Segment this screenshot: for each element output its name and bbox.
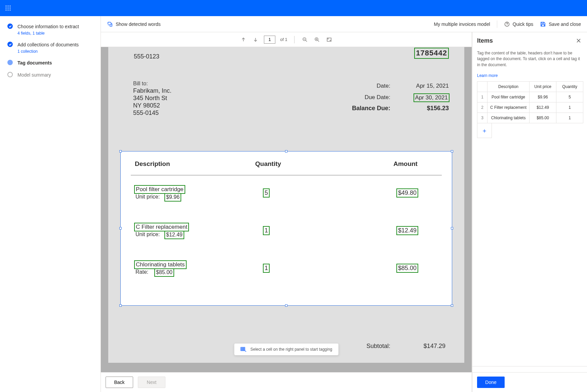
document-toolbar: of 1 (101, 32, 472, 47)
step-title: Tag documents (17, 60, 94, 66)
drawer-h-scroll[interactable] (472, 366, 587, 372)
table-row[interactable]: 3 Chlorinating tablets $85.00 1 (477, 113, 583, 123)
save-and-close-button[interactable]: Save and close (540, 21, 581, 27)
doc-phone: 555-0123 (134, 53, 159, 60)
page-number-input[interactable] (264, 36, 275, 44)
help-icon (504, 21, 510, 27)
fit-page-icon[interactable] (325, 36, 333, 43)
item-amount[interactable]: $49.80 (396, 188, 418, 198)
zoom-out-icon[interactable] (301, 36, 309, 43)
quick-tips-button[interactable]: Quick tips (504, 21, 533, 27)
document-viewport[interactable]: 555-0123 1785442 Bill to: Fabrikam, Inc.… (101, 47, 472, 372)
item-desc[interactable]: C Filter replacement (134, 223, 189, 231)
step-model-summary[interactable]: Model summary (7, 72, 94, 78)
balance-due-label: Balance Due: (352, 105, 390, 112)
check-icon (7, 42, 13, 47)
arrow-down-icon[interactable] (252, 36, 259, 43)
cell-price[interactable]: $12.49 (530, 102, 556, 113)
step-title: Model summary (17, 72, 94, 78)
date-label: Date: (377, 83, 390, 89)
cell-description[interactable]: C Filter replacement (487, 102, 530, 113)
show-detected-words-button[interactable]: Show detected words (107, 21, 161, 27)
learn-more-link[interactable]: Learn more (472, 73, 587, 81)
item-desc[interactable]: Chlorinating tablets (134, 260, 187, 269)
item-qty[interactable]: 1 (263, 264, 270, 273)
col-quantity: Quantity (255, 160, 281, 168)
wizard-footer: Back Next (101, 372, 472, 392)
back-button[interactable]: Back (106, 377, 133, 388)
tagging-instruction: Select a cell on the right panel to star… (234, 343, 339, 355)
unit-price[interactable]: $12.49 (164, 231, 184, 239)
done-button[interactable]: Done (477, 377, 505, 388)
toolbar-label: Quick tips (513, 21, 533, 27)
step-subtitle: 4 fields, 1 table (17, 31, 94, 36)
step-tag-documents[interactable]: Tag documents (7, 60, 94, 66)
col-description: Description (135, 160, 170, 168)
table-row[interactable]: 1 Pool filter cartridge $9.96 5 (477, 92, 583, 102)
items-table: Description Unit price Quantity 1 Pool f… (477, 81, 583, 123)
top-toolbar: Show detected words My multiple invoices… (101, 16, 587, 32)
rate-value[interactable]: $85.00 (154, 268, 174, 277)
step-nav: Choose information to extract 4 fields, … (0, 16, 101, 392)
save-icon (540, 21, 546, 27)
svg-rect-9 (110, 24, 112, 26)
step-title: Choose information to extract (17, 24, 94, 30)
col-quantity[interactable]: Quantity (556, 82, 583, 92)
close-icon[interactable] (575, 37, 582, 44)
unit-price[interactable]: $9.96 (164, 193, 181, 202)
unit-price-label: Unit price: (135, 231, 160, 237)
svg-point-1 (8, 6, 9, 7)
item-qty[interactable]: 1 (263, 226, 270, 235)
cell-qty[interactable]: 5 (556, 92, 583, 102)
svg-point-5 (10, 8, 11, 9)
cell-qty[interactable]: 1 (556, 102, 583, 113)
svg-point-2 (10, 6, 11, 7)
bill-to-label: Bill to: (133, 81, 148, 87)
table-selection[interactable]: Description Quantity Amount Pool filter … (120, 151, 452, 306)
bill-to-city: NY 98052 (133, 102, 160, 109)
item-qty[interactable]: 5 (263, 188, 270, 198)
cell-qty[interactable]: 1 (556, 113, 583, 123)
table-row[interactable]: 2 C Filter replacement $12.49 1 (477, 102, 583, 113)
svg-point-11 (507, 25, 507, 26)
subtotal-label: Subtotal: (366, 343, 390, 350)
instruction-text: Select a cell on the right panel to star… (250, 347, 332, 352)
item-desc[interactable]: Pool filter cartridge (134, 185, 185, 194)
model-name: My multiple invoices model (434, 21, 490, 27)
cell-price[interactable]: $85.00 (530, 113, 556, 123)
pending-step-icon (7, 72, 13, 77)
step-add-collections[interactable]: Add collections of documents 1 collectio… (7, 42, 94, 54)
svg-line-16 (318, 40, 319, 42)
cell-description[interactable]: Chlorinating tablets (487, 113, 530, 123)
balance-due-value: $156.23 (427, 105, 449, 112)
svg-point-3 (6, 8, 7, 9)
bill-to-street: 345 North St (133, 95, 167, 102)
arrow-up-icon[interactable] (240, 36, 247, 43)
active-step-icon (7, 60, 13, 65)
svg-point-8 (10, 10, 11, 11)
subtotal-value: $147.29 (424, 343, 445, 350)
item-amount[interactable]: $85.00 (396, 264, 418, 273)
zoom-in-icon[interactable] (313, 36, 321, 43)
step-choose-info[interactable]: Choose information to extract 4 fields, … (7, 24, 94, 36)
table-header-row: Description Unit price Quantity (477, 82, 583, 92)
svg-rect-19 (327, 38, 331, 41)
app-launcher-icon[interactable] (3, 3, 13, 13)
check-icon (7, 24, 13, 29)
col-amount: Amount (393, 160, 418, 168)
toolbar-label: Save and close (549, 21, 581, 27)
svg-point-0 (6, 6, 7, 7)
due-date-value[interactable]: Apr 30, 2021 (414, 93, 449, 102)
add-row-button[interactable]: ＋ (477, 123, 492, 138)
rate-label: Rate: (135, 269, 148, 275)
item-amount[interactable]: $12.49 (396, 226, 418, 235)
cell-price[interactable]: $9.96 (530, 92, 556, 102)
col-unit-price[interactable]: Unit price (530, 82, 556, 92)
main-area: Show detected words My multiple invoices… (101, 16, 587, 392)
next-button: Next (138, 377, 165, 388)
doc-invoice-number[interactable]: 1785442 (414, 48, 449, 59)
svg-point-4 (8, 8, 9, 9)
date-value: Apr 15, 2021 (416, 83, 449, 89)
cell-description[interactable]: Pool filter cartridge (487, 92, 530, 102)
col-description[interactable]: Description (487, 82, 530, 92)
